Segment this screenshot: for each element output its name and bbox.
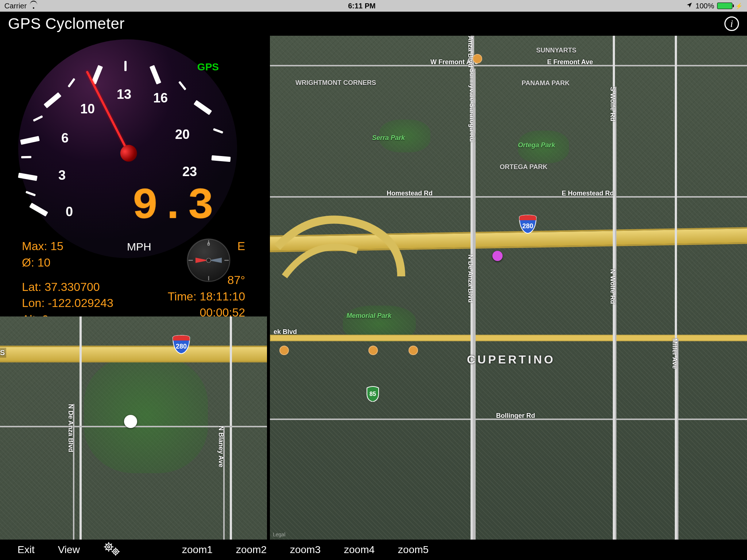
svg-text:85: 85 (369, 391, 376, 397)
wifi-icon (30, 3, 38, 9)
status-time: 6:11 PM (348, 2, 376, 10)
svg-text:280: 280 (522, 222, 533, 230)
svg-point-15 (108, 546, 110, 548)
svg-point-25 (115, 551, 116, 552)
park-ortega: Ortega Park (518, 141, 555, 149)
tick-16: 16 (153, 90, 168, 106)
zoom2-button[interactable]: zoom2 (236, 544, 267, 556)
tick-23: 23 (182, 164, 197, 179)
zoom5-button[interactable]: zoom5 (398, 544, 429, 556)
poi-icon (409, 346, 418, 355)
view-button[interactable]: View (58, 544, 80, 556)
mini-map[interactable]: S N De Anza Blvd N Blaney Ave 280 Legal (0, 316, 267, 560)
zoom1-button[interactable]: zoom1 (182, 544, 213, 556)
svg-line-22 (111, 544, 112, 545)
area-sunnyarts: SUNNYARTS (536, 47, 576, 54)
road-homestead: Homestead Rd (387, 190, 433, 197)
settings-gears-icon[interactable] (103, 541, 121, 559)
tick-0: 0 (66, 204, 73, 219)
speed-readout: 9.3 (132, 182, 215, 231)
info-button[interactable]: i (724, 16, 739, 31)
svg-text:280: 280 (176, 343, 187, 350)
area-wrightmont: WRIGHTMONT CORNERS (295, 79, 376, 87)
shield-280: 280 (518, 214, 538, 234)
charging-icon: ⚡ (735, 3, 743, 9)
label-deanza-mini: N De Anza Blvd (73, 404, 74, 560)
trip-stats: Max: 15 Ø: 10 Lat: 37.330700 Lon: -122.0… (22, 238, 252, 328)
poi-icon (473, 54, 482, 63)
battery-icon (717, 3, 732, 9)
app-title: GPS Cyclometer (8, 15, 125, 32)
city-cupertino: CUPERTINO (467, 353, 555, 366)
stat-time: Time: 18:11:10 (168, 288, 245, 305)
ios-status-bar: Carrier 6:11 PM 100% ⚡ (0, 0, 747, 12)
road-miller: Miller Ave (677, 338, 678, 540)
shield-85: 85 (366, 386, 379, 402)
gps-status-label: GPS (197, 61, 219, 73)
tick-3: 3 (58, 168, 66, 183)
road-ekblvd: ek Blvd (274, 328, 297, 336)
main-map[interactable]: WRIGHTMONT CORNERS PANAMA PARK SUNNYARTS… (270, 36, 747, 540)
area-panama: PANAMA PARK (522, 79, 570, 87)
app-header: GPS Cyclometer i (0, 12, 747, 36)
location-dot (124, 415, 137, 428)
battery-percent: 100% (696, 2, 714, 10)
poi-icon (368, 346, 378, 355)
road-sunnyvale-saratoga: Sunnyvale Saratoga Rd (474, 69, 476, 540)
legal-label-main[interactable]: Legal (273, 532, 285, 537)
speedometer-panel: 0 3 6 10 13 16 20 23 (0, 36, 267, 316)
road-ehomestead: E Homestead Rd (562, 190, 614, 197)
bottom-toolbar: Exit View zoom1 zoom2 zoom3 zoom4 zoom5 (0, 540, 747, 560)
speedometer-gauge: 0 3 6 10 13 16 20 23 (15, 36, 241, 240)
svg-line-23 (106, 549, 107, 550)
park-memorial: Memorial Park (347, 312, 391, 320)
park-serra: Serra Park (372, 134, 405, 142)
tick-20: 20 (175, 127, 190, 142)
road-bollinger: Bollinger Rd (496, 412, 535, 420)
area-ortega: ORTEGA PARK (500, 163, 547, 171)
location-services-icon (686, 2, 693, 10)
tick-10: 10 (80, 101, 95, 117)
shield-280-mini: 280 (171, 335, 191, 354)
svg-line-20 (106, 544, 107, 545)
carrier-label: Carrier (4, 2, 27, 10)
interchange-icon (270, 203, 409, 298)
zoom3-button[interactable]: zoom3 (290, 544, 321, 556)
tick-13: 13 (117, 87, 131, 102)
stat-heading-dir: E (168, 238, 245, 254)
road-nwolfe: N Wolfe Rd (615, 269, 616, 540)
label-s: S (0, 348, 6, 358)
poi-icon (279, 346, 289, 355)
svg-line-21 (111, 549, 112, 550)
road-anza: Anza Blvd (473, 36, 474, 529)
stat-bearing: 87° (168, 272, 245, 288)
exit-button[interactable]: Exit (18, 544, 35, 556)
svg-point-24 (113, 549, 118, 554)
current-location-marker (492, 251, 503, 261)
road-efremont: E Fremont Ave (547, 58, 593, 66)
tick-6: 6 (61, 131, 69, 146)
zoom4-button[interactable]: zoom4 (344, 544, 375, 556)
